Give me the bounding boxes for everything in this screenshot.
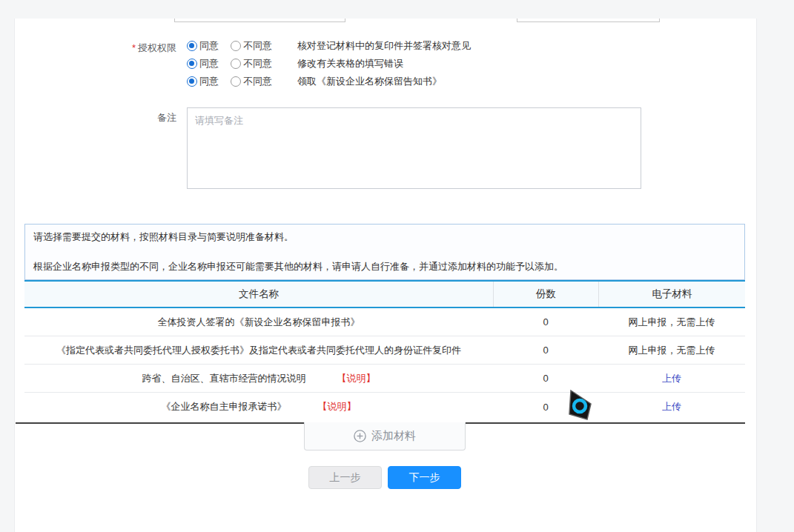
agree-label: 同意	[199, 39, 219, 53]
copies-count: 0	[493, 308, 598, 336]
radio-disagree-option-3[interactable]: 不同意	[231, 75, 272, 88]
authorization-options: 同意 不同意 核对登记材料中的复印件并签署核对意见 同意 不同意 修改有关表格的…	[187, 37, 471, 90]
radio-unselected-icon[interactable]	[231, 41, 241, 51]
left-margin-strip	[0, 19, 15, 532]
radio-selected-icon[interactable]	[187, 76, 197, 87]
next-step-button[interactable]: 下一步	[388, 466, 461, 489]
agree-label: 同意	[199, 75, 219, 88]
table-row: 《指定代表或者共同委托代理人授权委托书》及指定代表或者共同委托代理人的身份证件复…	[24, 336, 745, 365]
radio-agree-option-1[interactable]: 同意	[187, 39, 219, 53]
radio-agree-option-3[interactable]: 同意	[187, 75, 219, 88]
table-header-row: 文件名称 份数 电子材料	[24, 280, 745, 308]
disagree-label: 不同意	[243, 75, 272, 88]
authorization-description: 修改有关表格的填写错误	[297, 57, 403, 70]
materials-table: 文件名称 份数 电子材料 全体投资人签署的《新设企业名称保留申报书》 0 网上申…	[24, 280, 745, 421]
table-row: 跨省、自治区、直辖市经营的情况说明 【说明】 0 上传	[24, 365, 745, 393]
upload-link[interactable]: 上传	[662, 400, 681, 413]
add-circle-icon	[354, 430, 366, 442]
add-material-button[interactable]: 添加材料	[304, 422, 466, 450]
materials-notice-box: 请选择需要提交的材料，按照材料目录与简要说明准备材料。 根据企业名称申报类型的不…	[24, 224, 745, 280]
remark-field-label: 备注	[82, 111, 176, 124]
radio-disagree-option-2[interactable]: 不同意	[231, 57, 272, 70]
authorization-description: 核对登记材料中的复印件并签署核对意见	[297, 39, 471, 53]
header-electronic: 电子材料	[598, 282, 745, 307]
remark-textarea[interactable]	[187, 107, 641, 189]
header-file-name: 文件名称	[24, 282, 493, 307]
notice-line: 请选择需要提交的材料，按照材料目录与简要说明准备材料。	[33, 231, 736, 242]
authorization-option-row: 同意 不同意 核对登记材料中的复印件并签署核对意见	[187, 37, 471, 55]
enterprise-name-declaration-form: *授权权限 同意 不同意 核对登记材料中的复印件并签署核对意见 同意 不同意 修…	[0, 0, 794, 532]
table-row: 全体投资人签署的《新设企业名称保留申报书》 0 网上申报，无需上传	[24, 308, 745, 336]
table-row: 《企业名称自主申报承诺书》 【说明】 0 上传	[24, 393, 745, 421]
copies-count: 0	[493, 336, 598, 364]
authorization-option-row: 同意 不同意 领取《新设企业名称保留告知书》	[187, 73, 471, 90]
electronic-status: 网上申报，无需上传	[598, 336, 745, 364]
document-name: 《指定代表或者共同委托代理人授权委托书》及指定代表或者共同委托代理人的身份证件复…	[56, 344, 461, 357]
document-name: 跨省、自治区、直辖市经营的情况说明	[142, 372, 306, 385]
authorization-label-text: 授权权限	[138, 42, 176, 53]
radio-selected-icon[interactable]	[187, 41, 197, 51]
disagree-label: 不同意	[243, 39, 272, 53]
radio-disagree-option-1[interactable]: 不同意	[231, 39, 272, 53]
busy-cursor-icon	[563, 388, 595, 422]
explanation-link[interactable]: 【说明】	[337, 372, 376, 385]
document-name: 《企业名称自主申报承诺书》	[162, 400, 287, 413]
previous-step-button[interactable]: 上一步	[308, 466, 382, 489]
top-margin-strip	[0, 0, 794, 19]
disagree-label: 不同意	[243, 57, 272, 70]
agree-label: 同意	[199, 57, 219, 70]
authorization-option-row: 同意 不同意 修改有关表格的填写错误	[187, 55, 471, 73]
right-margin-strip	[756, 19, 794, 532]
add-material-label: 添加材料	[371, 429, 416, 443]
authorization-description: 领取《新设企业名称保留告知书》	[297, 75, 442, 88]
radio-agree-option-2[interactable]: 同意	[187, 57, 219, 70]
authorization-field-label: *授权权限	[82, 41, 176, 55]
explanation-link[interactable]: 【说明】	[318, 400, 357, 413]
upload-link[interactable]: 上传	[662, 372, 681, 385]
notice-line: 根据企业名称申报类型的不同，企业名称申报还可能需要其他的材料，请申请人自行准备，…	[33, 261, 736, 272]
header-copies: 份数	[493, 282, 598, 307]
radio-selected-icon[interactable]	[187, 59, 197, 69]
electronic-status: 网上申报，无需上传	[598, 308, 745, 336]
required-asterisk: *	[132, 42, 136, 53]
radio-unselected-icon[interactable]	[231, 76, 241, 87]
document-name: 全体投资人签署的《新设企业名称保留申报书》	[158, 316, 360, 329]
radio-unselected-icon[interactable]	[231, 59, 241, 69]
